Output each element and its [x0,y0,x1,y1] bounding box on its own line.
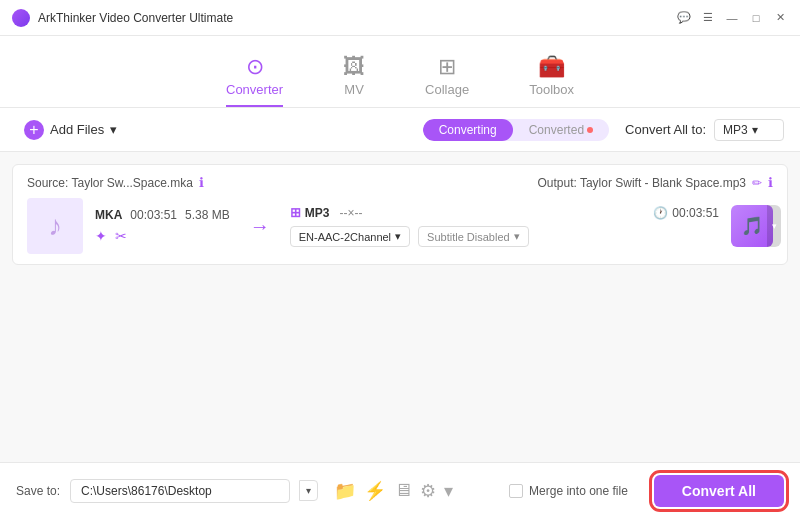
convert-all-to-label: Convert All to: [625,122,706,137]
save-to-label: Save to: [16,484,60,498]
settings-dropdown-icon[interactable]: ▾ [444,480,453,502]
converting-tab[interactable]: Converting [423,119,513,141]
flash-icon[interactable]: ⚡ [364,480,386,502]
screenshot-icon[interactable]: 🖥 [394,480,412,501]
file-format-row: MKA 00:03:51 5.38 MB [95,208,230,222]
add-files-dropdown-arrow[interactable]: ▾ [110,122,117,137]
cut-icon[interactable]: ✂ [115,228,127,244]
output-format-icon: ⊞ [290,205,301,220]
minimize-icon[interactable]: — [724,10,740,26]
title-bar: ArkThinker Video Converter Ultimate 💬 ☰ … [0,0,800,36]
file-size: 5.38 MB [185,208,230,222]
audio-track-dropdown: ▾ [395,230,401,243]
tab-collage-label: Collage [425,82,469,97]
format-dropdown-arrow: ▾ [752,123,758,137]
subtitle-select[interactable]: Subtitle Disabled ▾ [418,226,529,247]
file-item-body: ♪ MKA 00:03:51 5.38 MB ✦ ✂ → [27,198,773,254]
output-duration: 🕐 00:03:51 [653,206,719,220]
merge-checkbox-input[interactable] [509,484,523,498]
bottom-bar: Save to: ▾ 📁 ⚡ 🖥 ⚙ ▾ Merge into one file… [0,462,800,518]
collage-icon: ⊞ [438,56,456,78]
window-controls: 💬 ☰ — □ ✕ [676,10,788,26]
subtitle-value: Subtitle Disabled [427,231,510,243]
maximize-icon[interactable]: □ [748,10,764,26]
tab-mv-label: MV [344,82,364,97]
add-files-button[interactable]: + Add Files ▾ [16,116,125,144]
close-icon[interactable]: ✕ [772,10,788,26]
file-format: MKA [95,208,122,222]
convert-all-button[interactable]: Convert All [654,475,784,507]
output-info-icon[interactable]: ℹ [768,175,773,190]
audio-track-select[interactable]: EN-AAC-2Channel ▾ [290,226,410,247]
tab-converter[interactable]: ⊙ Converter [226,56,283,107]
bottom-tools: 📁 ⚡ 🖥 ⚙ ▾ [334,480,453,502]
file-output: Output: Taylor Swift - Blank Space.mp3 ✏… [537,175,773,190]
output-row2: EN-AAC-2Channel ▾ Subtitle Disabled ▾ [290,226,719,247]
file-source: Source: Taylor Sw...Space.mka ℹ [27,175,204,190]
app-title: ArkThinker Video Converter Ultimate [38,11,676,25]
output-format-value: MP3 [305,206,330,220]
settings-icon[interactable]: ✦ [95,228,107,244]
subtitle-dropdown: ▾ [514,230,520,243]
main-content: Source: Taylor Sw...Space.mka ℹ Output: … [0,152,800,462]
settings-gear-icon[interactable]: ⚙ [420,480,436,502]
tab-toolbox[interactable]: 🧰 Toolbox [529,56,574,107]
tab-collage[interactable]: ⊞ Collage [425,56,469,107]
output-resolution: --×-- [339,206,362,220]
output-row1: ⊞ MP3 --×-- 🕐 00:03:51 [290,205,719,220]
file-icons-row: ✦ ✂ [95,228,230,244]
music-note-icon: ♪ [48,210,62,242]
file-duration: 00:03:51 [130,208,177,222]
format-value: MP3 [723,123,748,137]
file-item: Source: Taylor Sw...Space.mka ℹ Output: … [12,164,788,265]
toolbox-icon: 🧰 [538,56,565,78]
merge-checkbox[interactable]: Merge into one file [509,484,628,498]
file-thumbnail: ♪ [27,198,83,254]
converting-tabs: Converting Converted [423,119,609,141]
output-edit-icon[interactable]: ✏ [752,176,762,190]
merge-label: Merge into one file [529,484,628,498]
output-format: ⊞ MP3 [290,205,330,220]
source-label: Source: Taylor Sw...Space.mka [27,176,193,190]
save-path-input[interactable] [70,479,290,503]
add-files-label: Add Files [50,122,104,137]
audio-track-value: EN-AAC-2Channel [299,231,391,243]
format-select[interactable]: MP3 ▾ [714,119,784,141]
source-info-icon[interactable]: ℹ [199,175,204,190]
file-meta: MKA 00:03:51 5.38 MB ✦ ✂ [95,208,230,244]
save-thumbnail-button[interactable]: 🎵 ▾ [731,205,773,247]
menu-icon[interactable]: ☰ [700,10,716,26]
mv-icon: 🖼 [343,56,365,78]
converter-icon: ⊙ [246,56,264,78]
save-thumbnail-icon: 🎵 [741,215,763,237]
file-item-header: Source: Taylor Sw...Space.mka ℹ Output: … [27,175,773,190]
output-label: Output: Taylor Swift - Blank Space.mp3 [537,176,746,190]
add-files-plus-icon: + [24,120,44,140]
tab-converter-label: Converter [226,82,283,97]
app-icon [12,9,30,27]
resolution-label: --×-- [339,206,362,220]
toolbar: + Add Files ▾ Converting Converted Conve… [0,108,800,152]
path-dropdown-button[interactable]: ▾ [299,480,318,501]
nav-tabs: ⊙ Converter 🖼 MV ⊞ Collage 🧰 Toolbox [0,36,800,108]
convert-all-to-section: Convert All to: MP3 ▾ [625,119,784,141]
chat-icon[interactable]: 💬 [676,10,692,26]
folder-icon[interactable]: 📁 [334,480,356,502]
clock-icon: 🕐 [653,206,668,220]
duration-value: 00:03:51 [672,206,719,220]
converted-tab[interactable]: Converted [513,119,609,141]
tab-mv[interactable]: 🖼 MV [343,56,365,107]
tab-toolbox-label: Toolbox [529,82,574,97]
save-thumbnail-dropdown-arrow[interactable]: ▾ [767,205,781,247]
convert-arrow-icon: → [250,215,270,238]
output-meta: ⊞ MP3 --×-- 🕐 00:03:51 EN-AAC-2Channel ▾ [290,205,719,247]
